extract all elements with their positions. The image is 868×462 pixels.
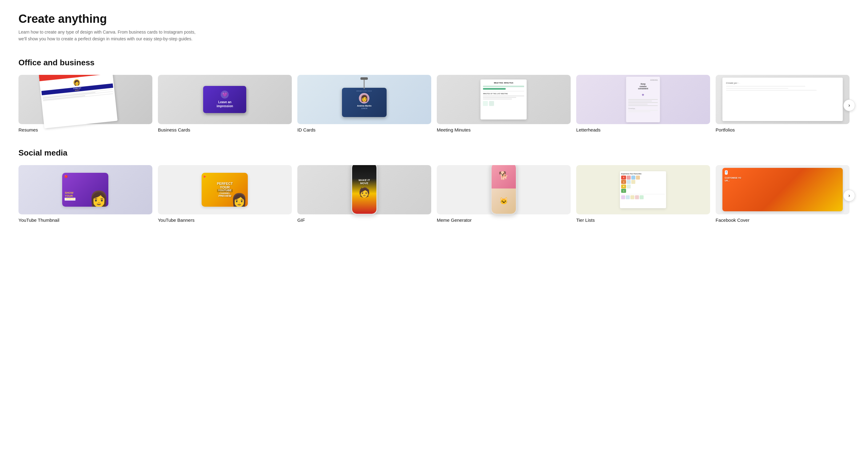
card-label-gif: GIF xyxy=(297,218,305,223)
card-meeting-minutes[interactable]: MEETING MINUTES MINUTES OF THE LAST MEET… xyxy=(437,75,571,133)
card-label-facebook-cover: Facebook Cover xyxy=(716,218,749,223)
section-office: Office and business 👩 STAND OUT EASILY xyxy=(19,58,849,133)
card-gif[interactable]: MAKE ITMOVE 🧑 GIF xyxy=(297,165,431,223)
card-label-yt-thumbnail: YouTube Thumbnail xyxy=(19,218,59,223)
card-letterheads[interactable]: 22/06/2021 Keepcommsconsistent ✦ Greetin… xyxy=(576,75,710,133)
card-id-cards[interactable]: BREAKTURN HIGH 👩 Andrea Martin JUNIOR ID… xyxy=(297,75,431,133)
card-label-portfolios: Portfolios xyxy=(716,127,735,133)
card-label-resumes: Resumes xyxy=(19,127,38,133)
card-portfolios[interactable]: Create port... Portfolios xyxy=(716,75,849,133)
section-title-office: Office and business xyxy=(19,58,849,67)
card-facebook-cover[interactable]: f CUSTOMISE YOUR... Facebook Cover xyxy=(716,165,849,223)
card-label-tier-lists: Tier Lists xyxy=(576,218,595,223)
section-social: Social media 🔴 SHOW YOUR VIDEOS 👩 xyxy=(19,148,849,223)
card-label-meeting-minutes: Meeting Minutes xyxy=(437,127,471,133)
card-yt-thumbnail[interactable]: 🔴 SHOW YOUR VIDEOS 👩 YouTube Thumbnail xyxy=(19,165,152,223)
card-label-meme-generator: Meme Generator xyxy=(437,218,471,223)
office-cards-row: 👩 STAND OUT EASILY xyxy=(19,75,849,133)
card-resumes[interactable]: 👩 STAND OUT EASILY xyxy=(19,75,152,133)
card-label-business-cards: Business Cards xyxy=(158,127,190,133)
page-subtitle: Learn how to create any type of design w… xyxy=(19,29,197,42)
card-tier-lists[interactable]: Experience Your Favourites S A xyxy=(576,165,710,223)
card-label-letterheads: Letterheads xyxy=(576,127,600,133)
social-cards-row: 🔴 SHOW YOUR VIDEOS 👩 YouTube Thumbnail xyxy=(19,165,849,223)
card-business-cards[interactable]: 💜 Leave animpression Business Cards xyxy=(158,75,292,133)
card-label-yt-banners: YouTube Banners xyxy=(158,218,194,223)
social-carousel-next[interactable]: › xyxy=(843,190,855,201)
card-label-id-cards: ID Cards xyxy=(297,127,315,133)
card-yt-banners[interactable]: ▶ PERFECT YOUR YOUTUBE CHANNEL PREVIEW 👩… xyxy=(158,165,292,223)
section-title-social: Social media xyxy=(19,148,849,158)
page-title: Create anything xyxy=(19,12,849,26)
card-meme-generator[interactable]: 🐕 🐱 Meme Generator xyxy=(437,165,571,223)
office-carousel-next[interactable]: › xyxy=(843,99,855,111)
